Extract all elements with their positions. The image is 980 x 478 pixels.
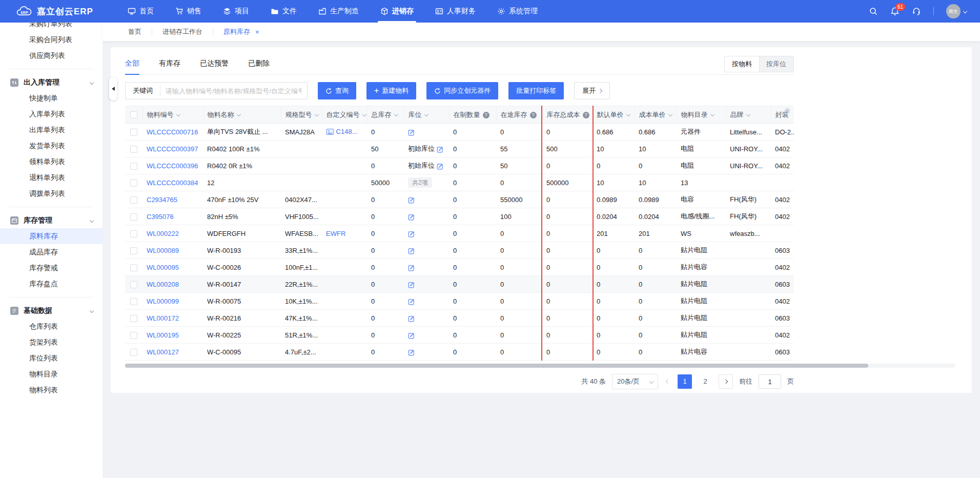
notifications-bell-icon[interactable]: 61 bbox=[890, 7, 900, 16]
material-code-link[interactable]: C2934765 bbox=[147, 196, 177, 204]
row-checkbox[interactable] bbox=[130, 180, 137, 187]
keyword-input[interactable] bbox=[160, 87, 307, 95]
material-code-link[interactable]: WLCCCC000396 bbox=[147, 162, 198, 170]
edit-location-icon[interactable] bbox=[408, 332, 415, 339]
row-checkbox[interactable] bbox=[130, 163, 137, 170]
chevron-down-icon[interactable] bbox=[424, 112, 428, 116]
material-code-link[interactable]: WL000222 bbox=[147, 230, 179, 237]
prev-page-button[interactable] bbox=[664, 380, 671, 383]
close-tab-icon[interactable]: × bbox=[255, 28, 259, 36]
row-checkbox[interactable] bbox=[130, 315, 137, 322]
edit-location-icon[interactable] bbox=[408, 196, 415, 204]
app-logo[interactable]: ERP 嘉立创云ERP bbox=[15, 6, 93, 17]
sidebar-item-inventory-warning[interactable]: 库存警戒 bbox=[0, 260, 103, 276]
filter-tab-all[interactable]: 全部 bbox=[125, 53, 139, 75]
help-icon[interactable]: ? bbox=[483, 112, 489, 118]
material-code-link[interactable]: WLCCCC000397 bbox=[147, 145, 198, 153]
new-material-button[interactable]: + 新建物料 bbox=[366, 82, 416, 99]
nav-item-files[interactable]: 文件 bbox=[260, 0, 308, 23]
edit-location-icon[interactable] bbox=[408, 349, 415, 356]
chevron-down-icon[interactable] bbox=[236, 112, 240, 116]
row-checkbox[interactable] bbox=[130, 332, 137, 339]
sidebar-item-warehouse-list[interactable]: 仓库列表 bbox=[0, 318, 103, 334]
filter-tab-deleted[interactable]: 已删除 bbox=[248, 53, 270, 75]
nav-item-home[interactable]: 首页 bbox=[117, 0, 165, 23]
nav-item-inventory[interactable]: 进销存 bbox=[370, 0, 424, 23]
material-code-link[interactable]: WLCCCC000384 bbox=[147, 179, 198, 187]
chevron-down-icon[interactable] bbox=[362, 112, 366, 116]
nav-item-project[interactable]: 项目 bbox=[212, 0, 260, 23]
column-settings-icon[interactable] bbox=[784, 107, 791, 114]
sidebar-item-quick-order[interactable]: 快捷制单 bbox=[0, 90, 103, 106]
customer-service-icon[interactable] bbox=[912, 7, 921, 16]
custom-code-link[interactable]: C148... bbox=[334, 128, 358, 135]
sidebar-item-purchase-order-list[interactable]: 采购订单列表 bbox=[0, 23, 103, 32]
edit-location-icon[interactable] bbox=[408, 264, 415, 271]
material-code-link[interactable]: WL000208 bbox=[147, 281, 179, 288]
edit-location-icon[interactable] bbox=[437, 163, 444, 170]
search-icon[interactable] bbox=[869, 7, 878, 16]
sidebar-group-warehouse-list[interactable]: 基础数据 bbox=[0, 303, 103, 318]
nav-item-manufacturing[interactable]: 生产制造 bbox=[308, 0, 370, 23]
row-checkbox[interactable] bbox=[130, 281, 137, 288]
sidebar-item-location-list[interactable]: 库位列表 bbox=[0, 350, 103, 366]
edit-location-icon[interactable] bbox=[408, 129, 415, 136]
filter-tab-in-stock[interactable]: 有库存 bbox=[159, 53, 180, 75]
sidebar-item-inventory-check[interactable]: 库存盘点 bbox=[0, 276, 103, 292]
edit-location-icon[interactable] bbox=[408, 281, 415, 288]
material-code-link[interactable]: C395076 bbox=[147, 213, 174, 221]
goto-page-input[interactable] bbox=[759, 374, 781, 389]
image-icon[interactable] bbox=[326, 128, 334, 136]
select-all-checkbox[interactable] bbox=[130, 111, 137, 118]
view-toggle-by-location[interactable]: 按库位 bbox=[759, 56, 793, 72]
page-button-2[interactable]: 2 bbox=[698, 374, 712, 389]
row-checkbox[interactable] bbox=[130, 264, 137, 271]
row-checkbox[interactable] bbox=[130, 196, 137, 204]
tab-home[interactable]: 首页 bbox=[118, 23, 152, 41]
material-code-link[interactable]: WL000195 bbox=[147, 331, 179, 339]
batch-print-button[interactable]: 批量打印标签 bbox=[508, 82, 564, 99]
material-code-link[interactable]: WL000127 bbox=[147, 348, 179, 356]
chevron-down-icon[interactable] bbox=[394, 112, 398, 116]
page-button-1[interactable]: 1 bbox=[678, 374, 692, 389]
edit-location-icon[interactable] bbox=[408, 315, 415, 322]
edit-location-icon[interactable] bbox=[437, 146, 444, 153]
help-icon[interactable]: ? bbox=[530, 112, 537, 118]
sidebar-item-material-catalog[interactable]: 物料目录 bbox=[0, 366, 103, 382]
material-code-link[interactable]: WL000095 bbox=[147, 264, 179, 271]
nav-item-hr-finance[interactable]: 人事财务 bbox=[424, 0, 486, 23]
chevron-down-icon[interactable] bbox=[746, 112, 750, 116]
sidebar-item-inbound-order-list[interactable]: 入库单列表 bbox=[0, 106, 103, 122]
sidebar-item-material-return-list[interactable]: 退料单列表 bbox=[0, 170, 103, 186]
query-button[interactable]: 查询 bbox=[318, 82, 356, 99]
row-checkbox[interactable] bbox=[130, 129, 137, 136]
chevron-down-icon[interactable] bbox=[176, 112, 180, 116]
sidebar-collapse-handle[interactable] bbox=[109, 77, 117, 101]
sidebar-item-picking-order-list[interactable]: 领料单列表 bbox=[0, 154, 103, 170]
row-checkbox[interactable] bbox=[130, 213, 137, 221]
row-checkbox[interactable] bbox=[130, 230, 137, 237]
material-code-link[interactable]: WL000172 bbox=[147, 314, 179, 322]
edit-location-icon[interactable] bbox=[408, 213, 415, 221]
tab-raw-material-inventory[interactable]: 原料库存× bbox=[213, 23, 270, 41]
sidebar-item-transfer-order-list[interactable]: 调拨单列表 bbox=[0, 186, 103, 202]
row-checkbox[interactable] bbox=[130, 146, 137, 153]
chevron-down-icon[interactable] bbox=[314, 112, 318, 116]
filter-tab-warning-reached[interactable]: 已达预警 bbox=[200, 53, 229, 75]
expand-button[interactable]: 展开 bbox=[574, 82, 610, 99]
tab-inventory-workbench[interactable]: 进销存工作台 bbox=[152, 23, 213, 41]
sidebar-item-material-list[interactable]: 物料列表 bbox=[0, 382, 103, 398]
view-toggle-by-material[interactable]: 按物料 bbox=[725, 56, 759, 72]
sidebar-group-raw-material-inventory[interactable]: 库存管理 bbox=[0, 212, 103, 228]
sidebar-item-finished-goods-inventory[interactable]: 成品库存 bbox=[0, 244, 103, 260]
edit-location-icon[interactable] bbox=[408, 230, 415, 237]
row-checkbox[interactable] bbox=[130, 349, 137, 356]
edit-location-icon[interactable] bbox=[408, 247, 415, 254]
sidebar-item-purchase-contract-list[interactable]: 采购合同列表 bbox=[0, 32, 103, 48]
sidebar-item-outbound-order-list[interactable]: 出库单列表 bbox=[0, 122, 103, 138]
nav-item-sales[interactable]: 销售 bbox=[165, 0, 212, 23]
sidebar-item-supplier-list[interactable]: 供应商列表 bbox=[0, 48, 103, 64]
next-page-button[interactable] bbox=[719, 374, 733, 389]
material-code-link[interactable]: WLCCCC000716 bbox=[147, 128, 198, 136]
sidebar-item-shipment-order-list[interactable]: 发货单列表 bbox=[0, 138, 103, 154]
